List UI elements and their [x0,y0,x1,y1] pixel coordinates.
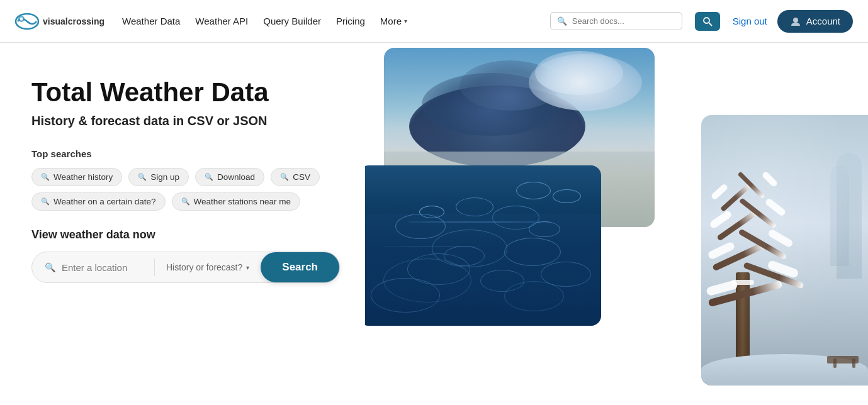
tag-sign-up[interactable]: 🔍 Sign up [128,168,189,186]
tag-download[interactable]: 🔍 Download [195,168,264,186]
nav-link-pricing[interactable]: Pricing [336,16,365,26]
tag-csv[interactable]: 🔍 CSV [271,168,320,186]
account-label: Account [806,16,840,26]
nav-link-weather-api[interactable]: Weather API [195,16,248,26]
tag-label: Sign up [150,172,179,182]
tag-search-icon: 🔍 [138,173,147,181]
docs-search-button[interactable] [695,12,720,31]
svg-point-5 [793,18,798,23]
tag-search-icon: 🔍 [280,173,289,181]
logo-icon [15,13,39,30]
nav-links: Weather Data Weather API Query Builder P… [122,16,538,26]
svg-line-4 [709,23,712,26]
location-input[interactable] [62,262,142,273]
tag-label: CSV [293,172,310,182]
hero-subtitle: History & forecast data in CSV or JSON [31,114,340,128]
logo-area[interactable]: visualcrossing [15,13,104,30]
tag-search-icon: 🔍 [41,197,50,206]
tag-label: Weather history [54,172,113,182]
tag-weather-history[interactable]: 🔍 Weather history [31,168,122,186]
docs-search-input[interactable] [572,16,675,26]
location-input-area: 🔍 [32,253,154,282]
account-icon [790,16,801,27]
dropdown-chevron-icon: ▾ [246,264,249,271]
tag-weather-stations[interactable]: 🔍 Weather stations near me [172,192,300,211]
nav-link-query-builder[interactable]: Query Builder [263,16,321,26]
search-submit-icon [702,16,713,26]
sign-out-link[interactable]: Sign out [733,16,767,26]
search-tags-row2: 🔍 Weather on a certain date? 🔍 Weather s… [31,192,340,211]
search-tags-row1: 🔍 Weather history 🔍 Sign up 🔍 Download 🔍… [31,168,340,186]
main-content: Total Weather Data History & forecast da… [0,43,868,405]
account-button[interactable]: Account [777,10,853,33]
svg-point-2 [20,17,23,20]
nav-right: Sign out Account [733,10,853,33]
weather-search-bar: 🔍 History or forecast? ▾ Search [31,252,340,283]
winter-image [701,115,868,386]
tag-label: Weather on a certain date? [54,197,156,206]
rain-image [365,165,601,326]
chevron-down-icon: ▾ [404,18,407,25]
right-panel [365,43,868,405]
more-label: More [380,16,402,26]
search-icon: 🔍 [557,16,567,26]
tag-search-icon: 🔍 [181,197,190,206]
hero-title: Total Weather Data [31,77,340,108]
tag-search-icon: 🔍 [205,173,213,181]
location-search-icon: 🔍 [45,262,55,272]
top-searches-label: Top searches [31,148,340,159]
search-main-button[interactable]: Search [261,252,339,282]
tag-search-icon: 🔍 [41,173,50,181]
tag-weather-date[interactable]: 🔍 Weather on a certain date? [31,192,166,211]
nav-search-bar: 🔍 [550,12,682,30]
brand-name: visualcrossing [43,16,104,26]
tag-label: Weather stations near me [194,197,291,206]
tag-label: Download [217,172,255,182]
view-weather-label: View weather data now [31,228,340,241]
nav-link-weather-data[interactable]: Weather Data [122,16,180,26]
history-dropdown[interactable]: History or forecast? ▾ [155,253,261,281]
history-label: History or forecast? [166,262,242,272]
left-panel: Total Weather Data History & forecast da… [0,43,365,405]
navbar: visualcrossing Weather Data Weather API … [0,0,868,43]
nav-link-more[interactable]: More ▾ [380,16,407,26]
